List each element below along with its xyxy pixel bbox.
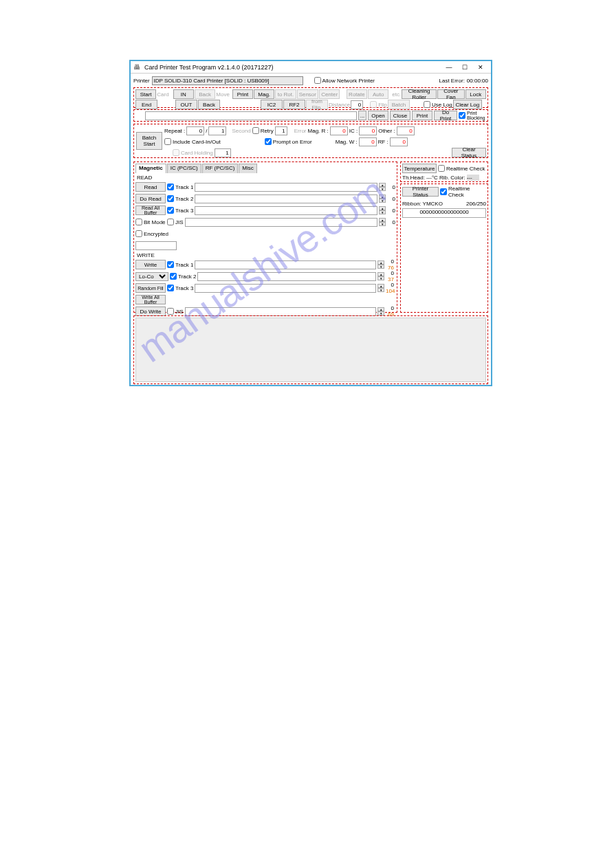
read-header: READ [137, 175, 395, 181]
clearlog-button[interactable]: Clear Log [453, 100, 482, 109]
readallbuffer-button[interactable]: Read All Buffer [135, 205, 166, 215]
write-jis-input[interactable] [185, 307, 376, 316]
back-button[interactable]: Back [195, 89, 215, 99]
tab-magnetic[interactable]: Magnetic [135, 164, 166, 173]
close-button2[interactable]: Close [390, 111, 410, 120]
doread-button[interactable]: Do Read [135, 194, 166, 203]
write-track3-spinner[interactable]: ▴▾ [377, 284, 384, 292]
repeat-cur-input[interactable] [186, 126, 204, 135]
write-track3-checkbox[interactable]: Track 3 [167, 285, 193, 291]
cleaning-roller-button[interactable]: Cleaning Roller [402, 89, 437, 99]
start-button[interactable]: Start [135, 89, 156, 99]
write-track3-input[interactable] [195, 284, 376, 293]
read-jis-checkbox[interactable]: JIS [167, 219, 184, 225]
tab-icpcsc[interactable]: IC (PC/SC) [167, 164, 201, 173]
cardholding-input[interactable] [215, 148, 231, 157]
center-button[interactable]: Center [319, 89, 340, 99]
batch-start-button[interactable]: Batch Start [136, 132, 162, 150]
torot-button[interactable]: to Rot. [275, 89, 296, 99]
close-button[interactable]: ✕ [473, 63, 488, 72]
write-track2-input[interactable] [197, 272, 376, 281]
lock-button[interactable]: Lock [465, 89, 486, 99]
repeat-tot-input[interactable] [208, 126, 226, 135]
ic-label: IC : [349, 128, 358, 134]
read-track3-spinner[interactable]: ▴▾ [379, 206, 386, 214]
distance-input[interactable] [351, 100, 363, 109]
cover-fan-button[interactable]: Cover Fan [437, 89, 465, 99]
minimize-button[interactable]: — [441, 63, 457, 72]
auto-button[interactable]: Auto [368, 89, 388, 99]
read-track2-checkbox[interactable]: Track 2 [167, 195, 193, 202]
magw-input[interactable] [359, 137, 377, 146]
printer-select[interactable]: IDP SOLID-310 Card Printer [SOLID : USB0… [152, 76, 303, 85]
tab-rfpcsc[interactable]: RF (PC/SC) [202, 164, 239, 173]
magr-input[interactable] [330, 126, 348, 135]
batch-button[interactable]: Batch [388, 100, 410, 109]
read-button[interactable]: Read [135, 182, 166, 192]
printblocking-checkbox[interactable]: Print Blocking [459, 111, 486, 120]
out-button[interactable]: OUT [175, 100, 197, 109]
printer-row: Printer IDP SOLID-310 Card Printer [SOLI… [133, 75, 488, 86]
temperature-section: Temperature Realtime Check Th.Head: ---°… [400, 162, 488, 182]
encrypted-checkbox[interactable]: Encrypted [135, 230, 166, 237]
mag-button[interactable]: Mag. [254, 89, 274, 99]
rf-input[interactable] [390, 137, 408, 146]
read-track1-checkbox[interactable]: Track 1 [167, 183, 193, 190]
cmd-dropdown-button[interactable]: ... [358, 111, 366, 120]
uselog-checkbox[interactable]: Use Log [424, 101, 452, 108]
write-jis-spinner[interactable]: ▴▾ [377, 307, 384, 315]
pstatus-realtime-checkbox[interactable]: Realtime Check [440, 186, 486, 198]
command-section: Start Card IN Back Move Print Mag. to Ro… [133, 87, 488, 108]
printerstatus-button[interactable]: Printer Status [402, 187, 439, 197]
print-button2[interactable]: Print [412, 111, 432, 120]
randomfill-button[interactable]: Random Fill [135, 283, 166, 293]
read-track3-input[interactable] [195, 206, 377, 215]
fromflip-button[interactable]: from Flip. [306, 100, 328, 109]
ic-input[interactable] [359, 126, 377, 135]
print-button[interactable]: Print [232, 89, 253, 99]
read-track2-spinner[interactable]: ▴▾ [379, 194, 386, 203]
read-jis-input[interactable] [185, 218, 377, 227]
sensor-button[interactable]: Sensor [297, 89, 318, 99]
maximize-button[interactable]: ☐ [457, 63, 472, 72]
retry-checkbox[interactable]: Retry [252, 127, 274, 134]
rotate-button[interactable]: Rotate [347, 89, 367, 99]
dowrite-button[interactable]: Do Write [135, 307, 166, 316]
ic2-button[interactable]: IC2 [261, 100, 283, 109]
write-track1-input[interactable] [195, 260, 376, 269]
end-button[interactable]: End [135, 100, 157, 109]
writeallbuffer-button[interactable]: Write All Buffer [135, 295, 166, 304]
read-track2-input[interactable] [195, 194, 377, 203]
write-track1-checkbox[interactable]: Track 1 [167, 261, 193, 268]
read-track1-spinner[interactable]: ▴▾ [379, 183, 386, 191]
doprint-button[interactable]: Do Print [434, 111, 457, 120]
encrypted-input[interactable] [135, 241, 177, 250]
log-area[interactable] [135, 318, 486, 382]
ribbon-type: YMCKO [423, 201, 443, 207]
write-track2-checkbox[interactable]: Track 2 [170, 273, 196, 280]
open-button[interactable]: Open [368, 111, 388, 120]
rf2-button[interactable]: RF2 [283, 100, 305, 109]
prompt-on-error-checkbox[interactable]: Prompt on Error [265, 138, 312, 145]
command-input[interactable] [145, 111, 357, 120]
back2-button[interactable]: Back [198, 100, 220, 109]
retry-input[interactable] [275, 126, 287, 135]
clearstatus-button[interactable]: Clear Status [452, 148, 486, 157]
tab-misc[interactable]: Misc [239, 164, 256, 173]
read-track3-checkbox[interactable]: Track 3 [167, 207, 193, 214]
write-track2-spinner[interactable]: ▴▾ [377, 272, 384, 280]
temperature-button[interactable]: Temperature [402, 164, 437, 173]
read-track1-input[interactable] [195, 183, 377, 192]
include-cardinout-checkbox[interactable]: Include Card-In/Out [164, 138, 221, 145]
rf-label: RF : [378, 139, 388, 145]
write-jis-checkbox[interactable]: JIS [167, 308, 184, 315]
write-button[interactable]: Write [135, 260, 166, 269]
other-input[interactable] [397, 126, 415, 135]
temp-realtime-checkbox[interactable]: Realtime Check [438, 165, 485, 172]
loco-select[interactable]: Lo-Co [135, 272, 168, 281]
allow-network-checkbox[interactable]: Allow Network Printer [314, 77, 375, 84]
in-button[interactable]: IN [173, 89, 194, 99]
write-track1-spinner[interactable]: ▴▾ [377, 260, 384, 269]
bitmode-checkbox[interactable]: Bit Mode [135, 219, 166, 225]
read-jis-spinner[interactable]: ▴▾ [379, 218, 386, 226]
